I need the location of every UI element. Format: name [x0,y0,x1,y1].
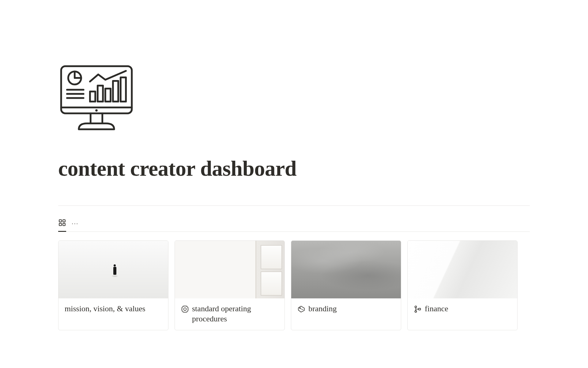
card-cover [175,241,285,298]
svg-rect-20 [419,308,421,310]
brand-tag-icon [297,305,305,313]
card-title: mission, vision, & values [65,304,145,314]
card-branding[interactable]: branding [291,240,401,330]
gear-badge-icon [181,305,189,313]
gallery-row: mission, vision, & values standard opera… [58,240,530,330]
view-tabs: ... [58,219,530,232]
card-body: finance [408,298,517,320]
tab-more-button[interactable]: ... [72,218,79,226]
card-body: branding [291,298,401,320]
svg-point-16 [184,308,187,311]
card-cover [408,241,517,298]
svg-rect-13 [63,220,65,222]
card-title: standard operating procedures [192,304,278,324]
svg-point-2 [95,109,98,112]
svg-rect-15 [63,223,65,226]
card-title: finance [425,304,448,314]
card-body: standard operating procedures [175,298,285,330]
card-body: mission, vision, & values [58,298,168,320]
page-container: content creator dashboard ... mission, v… [0,0,588,330]
page-hero-icon[interactable] [58,64,135,135]
svg-rect-14 [59,223,62,226]
card-title: branding [308,304,337,314]
card-finance[interactable]: finance [407,240,518,330]
svg-rect-9 [105,89,111,102]
svg-rect-8 [98,86,103,102]
svg-rect-12 [59,220,62,222]
svg-rect-7 [90,91,95,102]
card-standard-operating-procedures[interactable]: standard operating procedures [175,240,285,330]
page-title: content creator dashboard [58,156,530,181]
flowchart-icon [414,305,422,313]
card-cover [58,241,168,298]
svg-point-17 [300,308,300,309]
gallery-icon [58,219,66,227]
svg-rect-10 [113,81,118,102]
card-cover [291,241,401,298]
tab-gallery-view[interactable] [58,219,66,232]
svg-rect-11 [121,77,126,102]
divider [58,205,530,206]
card-mission-vision-values[interactable]: mission, vision, & values [58,240,168,330]
dashboard-monitor-icon [58,64,135,132]
